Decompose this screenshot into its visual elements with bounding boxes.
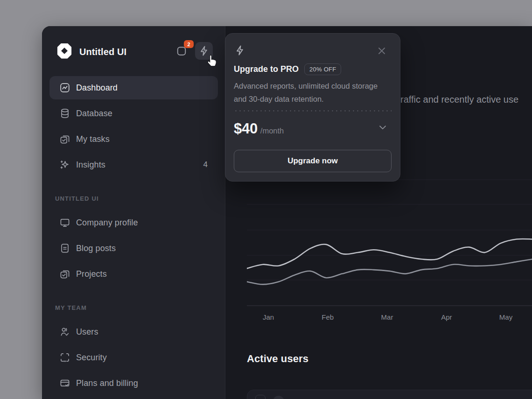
chart-series: [247, 239, 532, 285]
sidebar-item-database[interactable]: Database: [49, 102, 218, 125]
monitor-icon: [59, 217, 70, 228]
chevron-down-icon[interactable]: [378, 122, 388, 133]
credit-card-icon: [59, 378, 70, 389]
upgrade-now-button[interactable]: Upgrade now: [234, 150, 392, 172]
upgrade-zap-button[interactable]: [195, 42, 213, 60]
dotted-divider: [234, 110, 392, 112]
svg-text:Jan: Jan: [263, 313, 274, 321]
zap-icon: [234, 44, 246, 56]
price-period: /month: [260, 126, 284, 135]
document-icon: [59, 243, 70, 254]
sidebar-item-label: Blog posts: [76, 244, 116, 253]
sidebar-item-label: Plans and billing: [76, 378, 138, 388]
active-users-heading: Active users: [247, 353, 308, 365]
logo-icon: [56, 43, 73, 60]
sidebar-item-company-profile[interactable]: Company profile: [49, 211, 218, 234]
svg-text:May: May: [499, 313, 513, 321]
chart-x-tick-labels: JanFebMarAprMay: [263, 313, 513, 321]
line-chart: JanFebMarAprMay: [247, 173, 532, 327]
sidebar-item-label: My tasks: [76, 134, 110, 144]
close-icon[interactable]: [377, 46, 387, 56]
sidebar-item-dashboard[interactable]: Dashboard: [49, 76, 218, 99]
sidebar-item-label: Dashboard: [76, 83, 118, 93]
sidebar-item-insights[interactable]: Insights 4: [49, 153, 218, 176]
upgrade-now-label: Upgrade now: [287, 156, 338, 166]
app-title: Untitled UI: [79, 47, 126, 57]
scan-icon: [59, 352, 70, 363]
svg-text:Apr: Apr: [441, 313, 452, 321]
sidebar-item-blog-posts[interactable]: Blog posts: [49, 237, 218, 260]
sidebar-item-label: Insights: [76, 160, 105, 170]
sidebar-item-projects[interactable]: Projects: [49, 262, 218, 286]
database-icon: [59, 108, 70, 119]
sidebar-item-label: Database: [76, 109, 112, 119]
sidebar-item-label: Security: [76, 353, 107, 363]
chart-gridlines: [247, 180, 532, 306]
row-checkbox[interactable]: [255, 395, 266, 399]
sparkle-icon: [59, 159, 70, 170]
discount-badge: 20% OFF: [304, 63, 341, 75]
active-users-card: [247, 390, 532, 399]
sidebar: Untitled UI 2 Dashboard: [42, 26, 225, 399]
price-value: $40: [234, 120, 258, 137]
section-header-my-team: MY TEAM: [55, 304, 87, 311]
traffic-chart: JanFebMarAprMay: [247, 173, 532, 327]
tasks-icon: [59, 268, 70, 280]
avatar: [273, 396, 284, 399]
zap-icon: [198, 45, 210, 57]
svg-text:Mar: Mar: [381, 313, 393, 321]
chart-icon: [59, 82, 70, 93]
svg-text:Feb: Feb: [322, 313, 334, 321]
user-check-icon: [59, 326, 70, 337]
upgrade-popover: Upgrade to PRO 20% OFF Advanced reports,…: [225, 33, 400, 182]
notifications-button[interactable]: 2: [173, 42, 190, 60]
sidebar-item-label: Projects: [76, 269, 107, 279]
section-header-untitled-ui: UNTITLED UI: [55, 195, 99, 202]
tasks-icon: [59, 133, 70, 145]
sidebar-item-users[interactable]: Users: [49, 320, 218, 343]
popover-title: Upgrade to PRO: [234, 64, 299, 74]
app-logo: Untitled UI: [56, 43, 126, 61]
page-subtitle: raffic and recently active use: [400, 94, 518, 105]
line-top: [247, 239, 532, 268]
sidebar-item-security[interactable]: Security: [49, 346, 218, 369]
sidebar-item-label: Company profile: [76, 218, 138, 228]
sidebar-item-label: Users: [76, 327, 98, 337]
line-bottom: [247, 259, 532, 284]
app-window: Untitled UI 2 Dashboard: [42, 26, 532, 399]
sidebar-item-plans-billing[interactable]: Plans and billing: [49, 371, 218, 395]
insights-count: 4: [203, 160, 208, 169]
notification-count-badge: 2: [184, 40, 194, 48]
popover-description: Advanced reports, unlimited cloud storag…: [234, 80, 381, 105]
sidebar-item-my-tasks[interactable]: My tasks: [49, 127, 218, 151]
